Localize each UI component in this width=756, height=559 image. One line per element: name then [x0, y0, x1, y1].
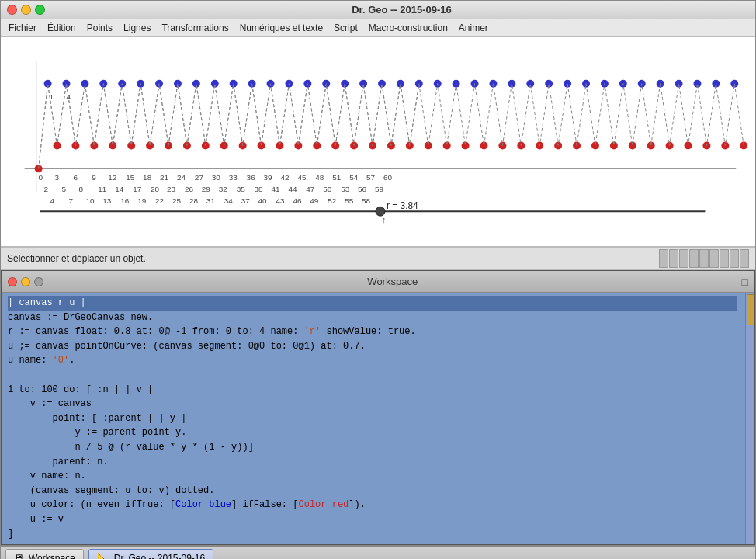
svg-text:43: 43 [276, 196, 285, 205]
status-bar: Sélectionner et déplacer un objet. [1, 247, 755, 270]
workspace-minimize-button[interactable] [21, 277, 30, 286]
window-buttons [7, 5, 45, 15]
grid-cell-8 [730, 249, 739, 268]
svg-point-73 [211, 80, 219, 88]
svg-text:6: 6 [73, 173, 78, 182]
svg-text:54: 54 [349, 173, 359, 182]
code-editor[interactable]: | canvas r u | canvas := DrGeoCanvas new… [2, 293, 754, 544]
maximize-button[interactable] [35, 5, 45, 15]
svg-text:9: 9 [92, 173, 96, 182]
svg-point-99 [693, 80, 701, 88]
workspace-collapse-button[interactable]: □ [742, 276, 748, 288]
workspace-taskbar-icon: 🖥 [14, 552, 25, 559]
menu-script[interactable]: Script [329, 21, 362, 35]
svg-text:55: 55 [345, 196, 354, 205]
svg-text:11: 11 [98, 185, 107, 193]
svg-text:49: 49 [310, 196, 319, 205]
taskbar-workspace-button[interactable]: 🖥 Workspace [5, 549, 84, 559]
close-button[interactable] [7, 5, 17, 15]
status-text: Sélectionner et déplacer un objet. [7, 253, 146, 264]
code-line-15: u color: (n even ifTrue: [Color blue] if… [8, 498, 737, 512]
code-line-4: u ;= canvas pointOnCurve: (canvas segmen… [8, 339, 737, 354]
svg-text:3: 3 [55, 173, 60, 182]
code-line-10: y := parent point y. [8, 425, 737, 440]
svg-point-114 [276, 142, 283, 150]
svg-text:22: 22 [155, 196, 165, 205]
svg-point-90 [526, 80, 534, 88]
svg-text:10: 10 [85, 196, 95, 205]
workspace-title-text: Workspace [43, 276, 742, 287]
svg-text:4: 4 [50, 196, 55, 205]
workspace-maximize-button[interactable] [34, 277, 43, 286]
svg-point-106 [127, 142, 135, 150]
svg-point-134 [647, 142, 655, 150]
code-line-2: canvas := DrGeoCanvas new. [8, 311, 737, 325]
workspace-window-buttons [8, 277, 43, 286]
svg-text:21: 21 [160, 173, 169, 182]
svg-point-71 [174, 80, 182, 88]
workspace-close-button[interactable] [8, 277, 17, 286]
code-line-1: | canvas r u | [8, 296, 737, 311]
title-bar: Dr. Geo -- 2015-09-16 [1, 1, 755, 19]
grid-cell-6 [709, 249, 719, 268]
svg-text:36: 36 [247, 173, 256, 182]
scrollbar[interactable] [745, 293, 754, 544]
svg-text:0: 0 [39, 173, 43, 182]
menu-bar: Fichier Édition Points Lignes Transforma… [1, 19, 755, 37]
math-visualization: 0 3 6 9 12 15 18 21 24 27 30 33 36 39 42… [1, 37, 755, 246]
svg-text:28: 28 [189, 196, 199, 205]
menu-transformations[interactable]: Transformations [157, 21, 233, 35]
svg-text:13: 13 [102, 196, 112, 205]
svg-point-100 [712, 80, 720, 88]
workspace-window: Workspace □ | canvas r u | canvas := DrG… [1, 270, 755, 545]
menu-numeriques[interactable]: Numériques et texte [235, 21, 328, 35]
svg-point-80 [341, 80, 349, 88]
svg-text:20: 20 [151, 185, 160, 193]
grid-cell-9 [740, 249, 749, 268]
code-line-3: r := canvas float: 0.8 at: 0@ -1 from: 0… [8, 325, 737, 339]
taskbar-drgeo-label: Dr. Geo -- 2015-09-16 [114, 553, 205, 559]
svg-point-122 [425, 142, 432, 150]
svg-point-89 [508, 80, 515, 88]
svg-point-104 [90, 142, 98, 150]
svg-point-83 [397, 80, 404, 88]
svg-text:60: 60 [383, 173, 393, 182]
svg-text:33: 33 [229, 173, 238, 182]
menu-lignes[interactable]: Lignes [119, 21, 155, 35]
svg-point-92 [564, 80, 571, 88]
scrollbar-thumb[interactable] [747, 294, 754, 325]
svg-point-65 [63, 80, 71, 88]
menu-animer[interactable]: Animer [454, 21, 493, 35]
svg-text:17: 17 [133, 185, 142, 193]
menu-macro[interactable]: Macro-construction [364, 21, 453, 35]
svg-text:18: 18 [143, 173, 152, 182]
svg-text:8: 8 [78, 185, 83, 193]
canvas-area: 0 3 6 9 12 15 18 21 24 27 30 33 36 39 42… [1, 37, 755, 247]
code-line-16: u := v [8, 512, 737, 527]
menu-edition[interactable]: Édition [43, 21, 81, 35]
svg-text:↑: ↑ [382, 215, 386, 224]
taskbar-drgeo-button[interactable]: 📐 Dr. Geo -- 2015-09-16 [88, 549, 213, 559]
svg-point-132 [610, 142, 618, 150]
svg-text:57: 57 [366, 173, 376, 182]
svg-point-74 [230, 80, 238, 88]
svg-text:59: 59 [375, 185, 384, 193]
svg-point-107 [146, 142, 154, 150]
minimize-button[interactable] [21, 5, 31, 15]
taskbar-workspace-label: Workspace [29, 553, 75, 559]
menu-fichier[interactable]: Fichier [4, 21, 41, 35]
svg-point-72 [192, 80, 200, 88]
grid-cell-1 [659, 249, 668, 268]
svg-text:4: 4 [66, 92, 71, 101]
menu-points[interactable]: Points [82, 21, 117, 35]
svg-text:29: 29 [202, 185, 211, 193]
window-title: Dr. Geo -- 2015-09-16 [54, 4, 749, 16]
drgeo-taskbar-icon: 📐 [97, 552, 110, 559]
svg-text:r = 3.84: r = 3.84 [387, 200, 418, 211]
svg-point-82 [378, 80, 386, 88]
svg-text:12: 12 [108, 173, 117, 182]
svg-text:48: 48 [315, 173, 324, 182]
code-line-8: v := canvas [8, 397, 737, 411]
svg-text:50: 50 [323, 185, 332, 193]
svg-text:34: 34 [224, 196, 234, 205]
